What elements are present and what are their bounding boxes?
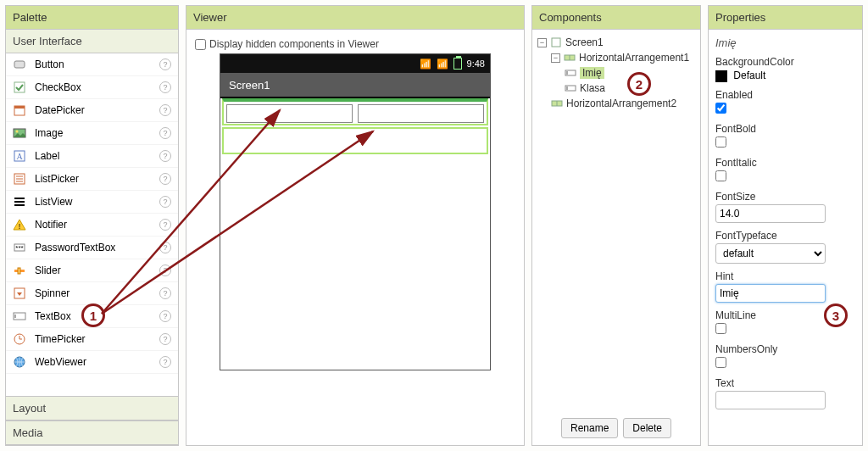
- prop-multiline-checkbox[interactable]: [715, 323, 726, 334]
- palette-item-image[interactable]: Image ?: [6, 122, 178, 145]
- tree-node-harr1[interactable]: − HorizontalArrangement1: [551, 50, 695, 65]
- tree-node-screen1[interactable]: − Screen1: [537, 35, 695, 50]
- help-icon[interactable]: ?: [159, 219, 171, 231]
- rename-button[interactable]: Rename: [561, 418, 618, 438]
- horizontal-arrangement-2[interactable]: [222, 127, 488, 154]
- palette-item-webviewer[interactable]: WebViewer ?: [6, 351, 178, 374]
- color-swatch-icon: [715, 70, 727, 82]
- tree-node-label: HorizontalArrangement1: [579, 52, 689, 64]
- prop-hint-input[interactable]: [715, 284, 826, 303]
- textbox-klasa[interactable]: [358, 104, 484, 123]
- textbox-imie[interactable]: [226, 104, 353, 123]
- svg-text:A: A: [16, 152, 23, 161]
- display-hidden-toggle[interactable]: Display hidden components in Viewer: [195, 38, 515, 50]
- prop-fontsize-input[interactable]: [715, 204, 826, 223]
- palette-item-notifier[interactable]: ! Notifier ?: [6, 214, 178, 237]
- help-icon[interactable]: ?: [159, 81, 171, 93]
- tree-node-harr2[interactable]: HorizontalArrangement2: [551, 96, 695, 111]
- timepicker-icon: [13, 332, 26, 346]
- prop-enabled-checkbox[interactable]: [715, 103, 726, 114]
- help-icon[interactable]: ?: [159, 104, 171, 116]
- expand-toggle-icon[interactable]: −: [551, 53, 560, 63]
- prop-bgcolor[interactable]: Default: [715, 70, 855, 82]
- prop-text-input[interactable]: [715, 391, 826, 409]
- notifier-icon: !: [13, 218, 26, 231]
- palette-item-label: ListView: [35, 196, 72, 208]
- checkbox-icon: [13, 81, 26, 94]
- palette-item-listview[interactable]: ListView ?: [6, 191, 178, 214]
- tree-node-imie[interactable]: Imię: [565, 65, 695, 81]
- palette-item-spinner[interactable]: Spinner ?: [6, 282, 178, 305]
- help-icon[interactable]: ?: [159, 356, 171, 368]
- palette-category-media[interactable]: Media: [6, 420, 178, 445]
- status-bar: 📶 9:48: [220, 54, 490, 73]
- app-title: Screen1: [229, 79, 270, 92]
- viewer-header: Viewer: [186, 6, 524, 30]
- help-icon[interactable]: ?: [159, 333, 171, 345]
- palette-item-label: ListPicker: [35, 173, 79, 185]
- palette-category-ui[interactable]: User Interface: [6, 30, 178, 53]
- palette-item-slider[interactable]: Slider ?: [6, 259, 178, 282]
- app-title-bar: Screen1: [220, 73, 490, 97]
- palette-item-password[interactable]: *** PasswordTextBox ?: [6, 237, 178, 259]
- display-hidden-checkbox[interactable]: [195, 39, 206, 50]
- help-icon[interactable]: ?: [159, 127, 171, 139]
- components-hscrollbar[interactable]: [537, 399, 695, 411]
- palette-item-listpicker[interactable]: ListPicker ?: [6, 168, 178, 191]
- palette-item-label: Slider: [35, 264, 61, 276]
- prop-label-fontbold: FontBold: [715, 123, 855, 135]
- help-icon[interactable]: ?: [159, 196, 171, 208]
- prop-fonttypeface-select[interactable]: default: [715, 243, 826, 264]
- button-icon: [13, 58, 26, 71]
- harr-icon: [551, 97, 563, 109]
- help-icon[interactable]: ?: [159, 150, 171, 162]
- tree-node-label: Klasa: [580, 82, 605, 94]
- help-icon[interactable]: ?: [159, 287, 171, 299]
- palette-item-datepicker[interactable]: DatePicker ?: [6, 99, 178, 122]
- svg-point-5: [16, 131, 19, 133]
- prop-label-bgcolor: BackgroundColor: [715, 56, 855, 68]
- textbox-icon: [13, 309, 26, 323]
- prop-numbersonly-checkbox[interactable]: [715, 357, 726, 368]
- slider-icon: [13, 264, 26, 277]
- help-icon[interactable]: ?: [159, 264, 171, 276]
- palette-header: Palette: [6, 6, 178, 30]
- components-header: Components: [532, 6, 700, 30]
- prop-label-multiline: MultiLine: [715, 309, 855, 321]
- palette-item-checkbox[interactable]: CheckBox ?: [6, 76, 178, 99]
- help-icon[interactable]: ?: [159, 58, 171, 70]
- palette-item-label[interactable]: A Label ?: [6, 145, 178, 168]
- horizontal-arrangement-1[interactable]: [222, 98, 488, 125]
- component-tree: − Screen1 − HorizontalArrangement1: [537, 35, 695, 111]
- battery-icon: [453, 58, 462, 70]
- status-time: 9:48: [467, 58, 485, 69]
- tree-node-label: HorizontalArrangement2: [566, 97, 676, 109]
- svg-rect-3: [14, 106, 25, 109]
- palette-item-label: WebViewer: [35, 356, 86, 368]
- svg-rect-1: [14, 82, 25, 92]
- palette-item-button[interactable]: Button ?: [6, 53, 178, 76]
- datepicker-icon: [13, 103, 26, 117]
- device-canvas[interactable]: [220, 98, 490, 370]
- delete-button[interactable]: Delete: [623, 418, 671, 438]
- help-icon[interactable]: ?: [159, 310, 171, 322]
- help-icon[interactable]: ?: [159, 173, 171, 185]
- expand-toggle-icon[interactable]: −: [537, 38, 547, 47]
- textbox-icon: [565, 82, 576, 94]
- tree-node-label: Imię: [580, 67, 604, 79]
- screen-icon: [550, 36, 562, 48]
- svg-rect-0: [14, 61, 25, 68]
- palette-item-textbox[interactable]: TextBox ?: [6, 305, 178, 328]
- harr-icon: [564, 52, 576, 64]
- palette-item-label: TextBox: [35, 310, 71, 322]
- listpicker-icon: [13, 172, 26, 186]
- prop-fontitalic-checkbox[interactable]: [715, 170, 726, 181]
- help-icon[interactable]: ?: [159, 242, 171, 253]
- palette-category-layout[interactable]: Layout: [6, 396, 178, 420]
- palette-item-label: Notifier: [35, 219, 67, 231]
- prop-fontbold-checkbox[interactable]: [715, 136, 726, 148]
- palette-item-label: PasswordTextBox: [35, 242, 115, 253]
- prop-label-hint: Hint: [715, 270, 855, 282]
- palette-item-timepicker[interactable]: TimePicker ?: [6, 328, 178, 351]
- tree-node-klasa[interactable]: Klasa: [565, 81, 695, 96]
